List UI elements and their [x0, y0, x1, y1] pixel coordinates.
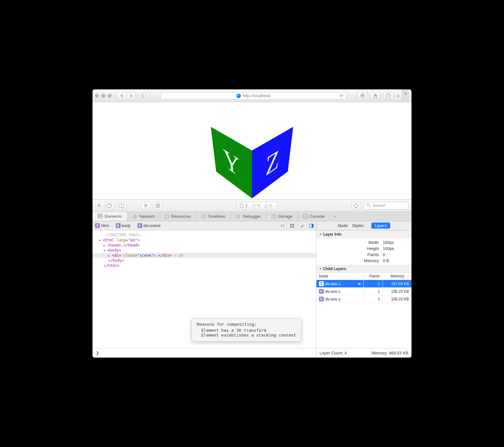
sidebar-toggle-button[interactable]	[138, 92, 149, 100]
dock-side-button[interactable]	[105, 202, 114, 209]
col-node[interactable]: Node	[316, 273, 364, 280]
svg-rect-39	[290, 226, 292, 228]
downloads-button[interactable]	[358, 92, 368, 100]
document-count: 1	[245, 203, 248, 208]
document-icon	[240, 203, 243, 208]
tabs-button[interactable]	[383, 92, 394, 100]
svg-point-29	[237, 215, 240, 218]
tab-storage[interactable]: Storage	[266, 212, 298, 221]
chevron-right-icon: 〉	[110, 223, 115, 229]
share-button[interactable]	[370, 92, 381, 100]
dom-line[interactable]: <html lang="en">	[93, 238, 316, 243]
paint-flash-icon[interactable]	[297, 221, 307, 230]
crumb-html[interactable]: E html 〉	[95, 223, 115, 229]
dom-line[interactable]: <body>	[93, 248, 316, 253]
chevron-right-icon: 〉	[132, 223, 136, 229]
minimize-window-button[interactable]	[101, 94, 105, 98]
issue-counts: 1 0 0	[236, 202, 278, 209]
child-layer-row[interactable]: Ediv.axis.y1156.25 KB	[316, 295, 411, 303]
dom-line[interactable]: </body>	[93, 258, 316, 263]
tab-timelines[interactable]: Timelines	[196, 212, 231, 221]
layer-info-header[interactable]: Layer Info	[316, 231, 411, 238]
layer-info-table: Width100px Height100px Paints0 Memory0 B	[316, 238, 411, 265]
svg-rect-23	[98, 214, 100, 216]
svg-point-21	[367, 204, 369, 206]
inspect-element-button[interactable]	[352, 202, 361, 209]
console-prompt[interactable]: ❯	[93, 348, 316, 358]
col-memory[interactable]: Memory ⌄	[383, 273, 411, 280]
toolbar-overflow-icon[interactable]: »	[397, 93, 399, 99]
crumb-body[interactable]: E body 〉	[116, 223, 136, 229]
child-layer-label: div.axis.y	[325, 297, 340, 301]
svg-point-15	[266, 206, 266, 207]
dom-tree[interactable]: <!DOCTYPE html> <html lang="en"> <head>……	[93, 231, 316, 348]
dom-tree-toggle-icon[interactable]	[278, 221, 287, 230]
right-scope-tabs: Node Styles ⌃ Layers	[316, 221, 411, 230]
dom-line[interactable]: <head>…</head>	[93, 243, 316, 248]
new-devtools-tab-button[interactable]: +	[330, 212, 339, 221]
layer-count: Layer Count: 4	[320, 351, 347, 355]
scope-styles[interactable]: Styles ⌃	[352, 223, 367, 228]
child-layer-row[interactable]: Ediv.axis.z➜1157.03 KB	[316, 280, 411, 288]
debugger-icon	[236, 214, 241, 219]
layers-sidebar: Layer Info Width100px Height100px Paints…	[316, 231, 411, 358]
download-button[interactable]	[153, 202, 163, 209]
dom-line-selected[interactable]: <div class="scene">…</div> = $0	[93, 253, 316, 258]
go-to-element-icon[interactable]: ➜	[358, 282, 361, 286]
tab-debugger[interactable]: Debugger	[231, 212, 266, 221]
page-content: Y Z X	[93, 102, 411, 200]
element-badge-icon: E	[319, 281, 324, 286]
back-button[interactable]	[117, 92, 126, 100]
popover-reason: Element has a 3D transform	[201, 328, 296, 333]
tab-network[interactable]: Network	[127, 212, 160, 221]
close-devtools-button[interactable]: ✕	[96, 203, 102, 208]
resources-icon	[165, 214, 169, 219]
reload-page-button[interactable]: ⟳	[141, 202, 151, 209]
svg-rect-37	[290, 224, 292, 225]
tab-elements[interactable]: Elements	[93, 211, 127, 221]
child-layers-header[interactable]: Child Layers	[316, 265, 411, 273]
dock-bottom-button[interactable]	[117, 202, 126, 209]
scope-node[interactable]: Node	[338, 223, 348, 228]
nav-buttons	[117, 92, 136, 100]
element-badge-icon: E	[319, 289, 324, 294]
traffic-lights	[95, 94, 112, 98]
tab-resources[interactable]: Resources	[160, 212, 196, 221]
child-layer-paints: 1	[364, 295, 383, 303]
elements-view-modes	[278, 221, 316, 230]
layers-footer: Layer Count: 4 Memory: 469.53 KB	[316, 348, 411, 358]
crumb-div-scene[interactable]: E div.scene	[137, 223, 161, 228]
elements-icon	[98, 214, 103, 218]
svg-rect-38	[293, 224, 294, 225]
tab-console[interactable]: Console	[298, 212, 330, 221]
popover-reason: Element establishes a stacking context	[201, 333, 296, 337]
scope-layers[interactable]: Layers	[371, 223, 390, 229]
new-tab-button[interactable]: +	[402, 89, 409, 102]
reload-icon[interactable]: ⟳	[340, 93, 343, 98]
devtools-body: <!DOCTYPE html> <html lang="en"> <head>……	[93, 231, 411, 358]
console-icon	[303, 214, 308, 218]
col-paints[interactable]: Paints	[364, 273, 383, 280]
devtools-search[interactable]: Search	[364, 202, 408, 209]
cube: Y Z X	[225, 112, 274, 190]
child-layer-paints: 1	[364, 280, 383, 287]
address-bar[interactable]: http://localhost/ ⟳	[161, 92, 346, 100]
element-badge-icon: E	[319, 297, 324, 301]
child-layer-row[interactable]: Ediv.axis.x1156.25 KB	[316, 288, 411, 295]
close-window-button[interactable]	[95, 94, 99, 98]
print-source-icon[interactable]	[287, 221, 297, 230]
compositing-reasons-popover: Reasons for compositing: Element has a 3…	[191, 318, 301, 342]
element-badge-icon: E	[137, 223, 142, 228]
devtools-toolbar: ✕ ⟳ 1 0 0	[93, 200, 411, 212]
elements-panel: <!DOCTYPE html> <html lang="en"> <head>……	[93, 231, 316, 358]
svg-rect-26	[100, 216, 102, 218]
devtools-tabs: Elements Network Resources Timelines Deb…	[93, 212, 411, 221]
svg-rect-25	[98, 216, 100, 218]
forward-button[interactable]	[126, 92, 136, 100]
cube-scene: Y Z X	[220, 119, 284, 183]
zoom-window-button[interactable]	[108, 94, 112, 98]
dom-line[interactable]: <!DOCTYPE html>	[93, 232, 316, 238]
dom-line[interactable]: </html>	[93, 263, 316, 268]
compositing-borders-icon[interactable]	[307, 221, 316, 230]
prompt-chevron-icon: ❯	[96, 351, 99, 355]
